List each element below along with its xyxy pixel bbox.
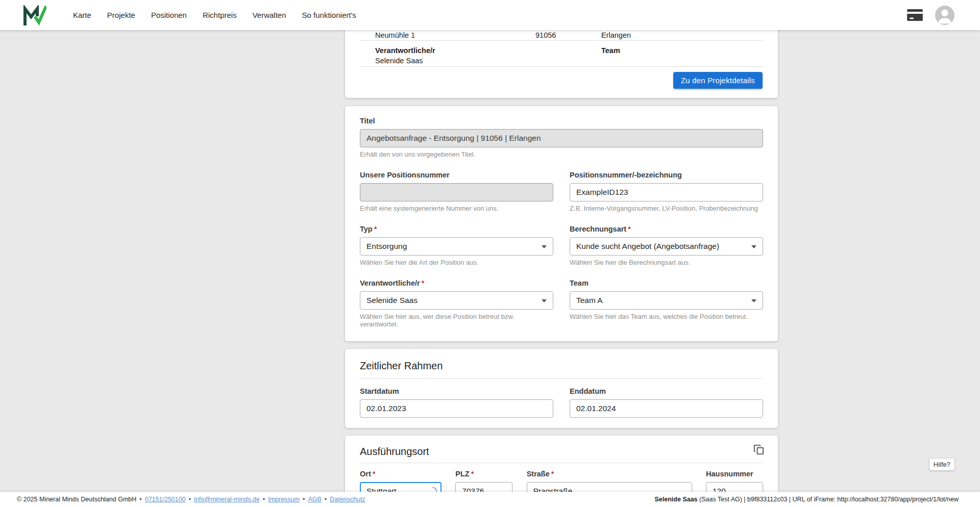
footer-session-text: (Saas Test AG) | b9f833112c03 | URL of i… bbox=[698, 496, 959, 503]
footer-separator: • bbox=[325, 496, 327, 503]
nav-item-projekte[interactable]: Projekte bbox=[107, 11, 135, 19]
top-navbar: Karte Projekte Positionen Richtpreis Ver… bbox=[0, 0, 980, 30]
ort-label: Ort* bbox=[360, 469, 442, 478]
team-select-value: Team A bbox=[576, 296, 603, 305]
nav-item-verwalten[interactable]: Verwalten bbox=[253, 11, 286, 19]
app-logo-icon[interactable] bbox=[23, 5, 46, 26]
ort-field: Ort* bbox=[360, 469, 442, 492]
titel-label: Titel bbox=[360, 116, 763, 125]
footer-impressum-link[interactable]: Impressum bbox=[268, 496, 300, 503]
navbar-right bbox=[907, 6, 954, 25]
copy-location-button[interactable] bbox=[752, 444, 765, 456]
footer-email-link[interactable]: info@mineral-minds.de bbox=[194, 496, 260, 503]
plz-label-text: PLZ bbox=[455, 470, 469, 478]
responsible-label: Verantwortliche/r bbox=[375, 46, 435, 55]
team-field-label: Team bbox=[570, 278, 763, 288]
user-avatar[interactable] bbox=[935, 6, 954, 25]
project-details-button[interactable]: Zu den Projektdetails bbox=[673, 72, 763, 89]
payment-card-icon[interactable] bbox=[907, 9, 923, 21]
strasse-label: Straße* bbox=[527, 469, 692, 478]
copy-icon bbox=[753, 444, 765, 455]
position-number-label: Positionsnummer/-bezeichnung bbox=[570, 170, 763, 180]
our-number-input bbox=[360, 183, 553, 201]
nav-item-so-funktionierts[interactable]: So funktioniert's bbox=[302, 11, 356, 19]
berechnungsart-helper: Wählen Sie hier die Berechnungsart aus. bbox=[570, 259, 763, 266]
required-asterisk: * bbox=[628, 225, 631, 233]
nav-item-karte[interactable]: Karte bbox=[73, 11, 91, 19]
plz-field: PLZ* bbox=[455, 469, 512, 492]
enddatum-label: Enddatum bbox=[570, 387, 763, 396]
our-number-helper: Erhält eine systemgenerierte Nummer von … bbox=[360, 205, 553, 212]
our-number-label: Unsere Positionsnummer bbox=[360, 170, 553, 180]
berechnungsart-field: Berechnungsart* Kunde sucht Angebot (Ang… bbox=[570, 224, 763, 266]
footer-session-info: Selenide Saas (Saas Test AG) | b9f833112… bbox=[655, 496, 959, 503]
hausnummer-input[interactable] bbox=[706, 482, 763, 492]
timeframe-title: Zeitlicher Rahmen bbox=[360, 360, 763, 372]
location-title: Ausführungsort bbox=[360, 446, 763, 458]
timeframe-card: Zeitlicher Rahmen Startdatum Enddatum bbox=[345, 349, 778, 428]
plz-label: PLZ* bbox=[455, 469, 512, 478]
footer-separator: • bbox=[303, 496, 305, 503]
startdatum-input[interactable] bbox=[360, 399, 553, 418]
typ-select-value: Entsorgung bbox=[366, 242, 407, 251]
berechnungsart-select[interactable]: Kunde sucht Angebot (Angebotsanfrage) bbox=[570, 237, 763, 256]
content-area: Neumühle 1 91056 Erlangen Verantwortlich… bbox=[0, 30, 980, 492]
footer-left: © 2025 Mineral Minds Deutschland GmbH • … bbox=[17, 496, 365, 503]
strasse-input[interactable] bbox=[527, 482, 692, 492]
position-form-card: Titel Erhält den von uns vorgegebenen Ti… bbox=[345, 106, 778, 341]
our-number-field: Unsere Positionsnummer Erhält eine syste… bbox=[360, 170, 553, 212]
required-asterisk: * bbox=[422, 279, 425, 287]
team-field: Team Team A Wählen Sie hier das Team aus… bbox=[570, 278, 763, 328]
footer-phone-link[interactable]: 07151/250100 bbox=[145, 496, 186, 503]
typ-helper: Wählen Sie hier die Art der Position aus… bbox=[360, 259, 553, 266]
enddatum-field: Enddatum bbox=[570, 387, 763, 418]
verantwortlich-field: Verantwortliche/r* Selenide Saas Wählen … bbox=[360, 278, 553, 328]
strasse-label-text: Straße bbox=[527, 470, 550, 478]
divider bbox=[360, 40, 763, 41]
team-label: Team bbox=[601, 46, 620, 55]
berechnungsart-label-text: Berechnungsart bbox=[570, 225, 626, 233]
footer-separator: • bbox=[263, 496, 265, 503]
strasse-field: Straße* bbox=[527, 469, 692, 492]
divider bbox=[360, 66, 763, 67]
required-asterisk: * bbox=[374, 225, 377, 233]
project-summary-card: Neumühle 1 91056 Erlangen Verantwortlich… bbox=[345, 30, 778, 98]
footer-datenschutz-link[interactable]: Datenschutz bbox=[330, 496, 365, 503]
verantwortlich-select[interactable]: Selenide Saas bbox=[360, 291, 553, 310]
required-asterisk: * bbox=[551, 470, 554, 478]
required-asterisk: * bbox=[373, 470, 376, 478]
main-navigation: Karte Projekte Positionen Richtpreis Ver… bbox=[73, 11, 356, 19]
position-number-input[interactable] bbox=[570, 183, 763, 201]
titel-input bbox=[360, 129, 763, 147]
team-helper: Wählen Sie hier das Team aus, welches di… bbox=[570, 313, 763, 320]
position-number-field: Positionsnummer/-bezeichnung Z.B. Intern… bbox=[570, 170, 763, 212]
berechnungsart-label: Berechnungsart* bbox=[570, 224, 763, 234]
typ-label-text: Typ bbox=[360, 225, 373, 233]
berechnungsart-select-value: Kunde sucht Angebot (Angebotsanfrage) bbox=[576, 242, 719, 251]
nav-item-positionen[interactable]: Positionen bbox=[151, 11, 187, 19]
typ-select[interactable]: Entsorgung bbox=[360, 237, 553, 256]
footer-agb-link[interactable]: AGB bbox=[308, 496, 321, 503]
verantwortlich-label-text: Verantwortliche/r bbox=[360, 279, 420, 287]
footer-username: Selenide Saas bbox=[655, 496, 698, 503]
typ-label: Typ* bbox=[360, 224, 553, 234]
enddatum-input[interactable] bbox=[570, 399, 763, 418]
project-plz: 91056 bbox=[535, 31, 556, 40]
titel-helper: Erhält den von uns vorgegebenen Titel. bbox=[360, 150, 763, 158]
footer-separator: • bbox=[139, 496, 141, 503]
nav-item-richtpreis[interactable]: Richtpreis bbox=[203, 11, 237, 19]
titel-field: Titel Erhält den von uns vorgegebenen Ti… bbox=[360, 116, 763, 158]
project-city: Erlangen bbox=[601, 31, 631, 40]
startdatum-label: Startdatum bbox=[360, 387, 553, 396]
responsible-value: Selenide Saas bbox=[375, 56, 423, 65]
help-button[interactable]: Hilfe? bbox=[929, 458, 955, 471]
position-number-helper: Z.B. Interne-Vorgangsnummer, LV-Position… bbox=[570, 205, 763, 212]
team-select[interactable]: Team A bbox=[570, 291, 763, 310]
divider bbox=[360, 463, 763, 463]
ort-label-text: Ort bbox=[360, 470, 371, 478]
footer: © 2025 Mineral Minds Deutschland GmbH • … bbox=[0, 492, 980, 507]
hausnummer-label: Hausnummer bbox=[706, 469, 763, 478]
location-card: Ausführungsort Ort* bbox=[345, 436, 778, 492]
plz-input[interactable] bbox=[455, 482, 512, 492]
copyright-text: © 2025 Mineral Minds Deutschland GmbH bbox=[17, 496, 136, 503]
